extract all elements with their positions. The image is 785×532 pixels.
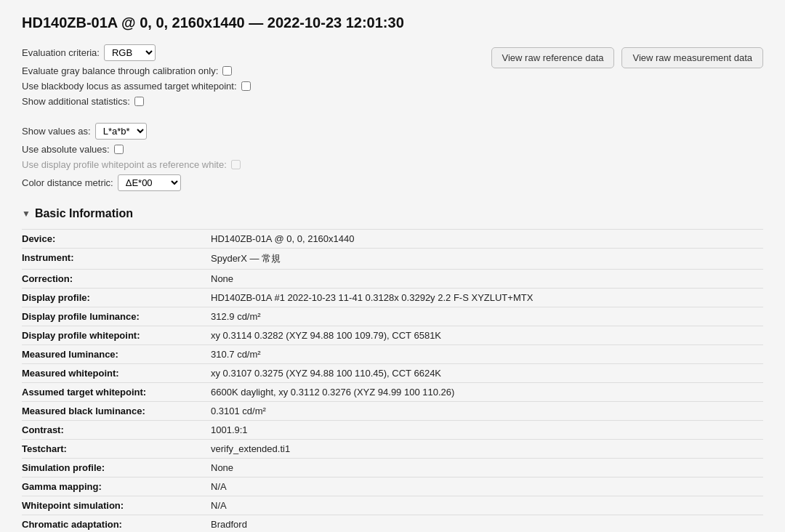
table-cell-key: Correction: xyxy=(22,270,211,289)
table-row: Measured luminance:310.7 cd/m² xyxy=(22,345,763,364)
table-cell-key: Chromatic adaptation: xyxy=(22,515,211,533)
gray-balance-label: Evaluate gray balance through calibratio… xyxy=(22,65,218,76)
table-cell-value: Bradford xyxy=(211,515,763,533)
table-cell-value: N/A xyxy=(211,477,763,496)
table-row: Simulation profile:None xyxy=(22,459,763,477)
table-cell-value: HD140ZB-01A #1 2022-10-23 11-41 0.3128x … xyxy=(211,289,763,307)
blackbody-row: Use blackbody locus as assumed target wh… xyxy=(22,81,251,92)
table-row: Measured whitepoint:xy 0.3107 0.3275 (XY… xyxy=(22,364,763,383)
table-cell-value: xy 0.3114 0.3282 (XYZ 94.88 100 109.79),… xyxy=(211,326,763,345)
table-cell-value: 0.3101 cd/m² xyxy=(211,402,763,421)
table-row: Chromatic adaptation:Bradford xyxy=(22,515,763,533)
color-distance-row: Color distance metric: ΔE*00 ΔE*76 ΔE*94… xyxy=(22,174,251,191)
table-cell-value: 6600K daylight, xy 0.3112 0.3276 (XYZ 94… xyxy=(211,383,763,402)
absolute-values-checkbox[interactable] xyxy=(114,145,124,154)
table-cell-key: Display profile whitepoint: xyxy=(22,326,211,345)
table-cell-key: Whitepoint simulation: xyxy=(22,496,211,515)
table-cell-key: Device: xyxy=(22,230,211,249)
additional-stats-label: Show additional statistics: xyxy=(22,96,130,107)
view-reference-button[interactable]: View raw reference data xyxy=(491,47,615,68)
table-cell-key: Contrast: xyxy=(22,421,211,440)
table-cell-value: 310.7 cd/m² xyxy=(211,345,763,364)
table-row: Device:HD140ZB-01A @ 0, 0, 2160x1440 xyxy=(22,230,763,249)
basic-info-table: Device:HD140ZB-01A @ 0, 0, 2160x1440Inst… xyxy=(22,229,763,532)
display-profile-whitepoint-label: Use display profile whitepoint as refere… xyxy=(22,159,227,170)
triangle-icon: ▼ xyxy=(22,209,31,219)
evaluation-criteria-row: Evaluation criteria: RGB L*a*b* Lch XYZ xyxy=(22,44,251,61)
evaluation-criteria-select[interactable]: RGB L*a*b* Lch XYZ xyxy=(104,44,156,61)
additional-stats-checkbox[interactable] xyxy=(134,97,144,106)
show-values-select[interactable]: L*a*b* XYZ Lch xyxy=(95,123,147,140)
table-cell-key: Gamma mapping: xyxy=(22,477,211,496)
table-cell-key: Testchart: xyxy=(22,440,211,459)
top-controls-area: Evaluation criteria: RGB L*a*b* Lch XYZ … xyxy=(22,44,763,191)
additional-stats-row: Show additional statistics: xyxy=(22,96,251,107)
left-controls: Evaluation criteria: RGB L*a*b* Lch XYZ … xyxy=(22,44,251,191)
display-profile-whitepoint-row: Use display profile whitepoint as refere… xyxy=(22,159,251,170)
color-distance-label: Color distance metric: xyxy=(22,177,113,188)
show-values-row: Show values as: L*a*b* XYZ Lch xyxy=(22,123,251,140)
table-cell-value: HD140ZB-01A @ 0, 0, 2160x1440 xyxy=(211,230,763,249)
table-cell-key: Measured whitepoint: xyxy=(22,364,211,383)
table-cell-key: Display profile luminance: xyxy=(22,307,211,326)
table-cell-key: Instrument: xyxy=(22,249,211,270)
page-title: HD140ZB-01A @ 0, 0, 2160x1440 — 2022-10-… xyxy=(22,15,763,31)
table-cell-value: None xyxy=(211,270,763,289)
table-cell-value: SpyderX — 常規 xyxy=(211,249,763,270)
show-values-label: Show values as: xyxy=(22,126,91,137)
color-distance-select[interactable]: ΔE*00 ΔE*76 ΔE*94 ΔE*CMC xyxy=(118,174,181,191)
table-row: Instrument:SpyderX — 常規 xyxy=(22,249,763,270)
table-row: Whitepoint simulation:N/A xyxy=(22,496,763,515)
table-cell-key: Measured black luminance: xyxy=(22,402,211,421)
table-cell-key: Measured luminance: xyxy=(22,345,211,364)
display-profile-whitepoint-checkbox[interactable] xyxy=(231,160,241,169)
table-row: Measured black luminance:0.3101 cd/m² xyxy=(22,402,763,421)
table-cell-value: 1001.9:1 xyxy=(211,421,763,440)
evaluation-criteria-label: Evaluation criteria: xyxy=(22,47,100,58)
table-row: Display profile whitepoint:xy 0.3114 0.3… xyxy=(22,326,763,345)
absolute-values-label: Use absolute values: xyxy=(22,144,110,155)
basic-info-title: Basic Information xyxy=(35,207,133,220)
gray-balance-checkbox[interactable] xyxy=(222,66,232,76)
table-cell-value: verify_extended.ti1 xyxy=(211,440,763,459)
basic-info-section-header: ▼ Basic Information xyxy=(22,207,763,220)
table-cell-value: N/A xyxy=(211,496,763,515)
table-row: Display profile luminance:312.9 cd/m² xyxy=(22,307,763,326)
table-cell-value: xy 0.3107 0.3275 (XYZ 94.88 100 110.45),… xyxy=(211,364,763,383)
table-cell-key: Display profile: xyxy=(22,289,211,307)
table-cell-key: Assumed target whitepoint: xyxy=(22,383,211,402)
table-row: Testchart:verify_extended.ti1 xyxy=(22,440,763,459)
table-row: Assumed target whitepoint:6600K daylight… xyxy=(22,383,763,402)
blackbody-checkbox[interactable] xyxy=(241,81,251,91)
table-row: Correction:None xyxy=(22,270,763,289)
gray-balance-row: Evaluate gray balance through calibratio… xyxy=(22,65,251,76)
view-measurement-button[interactable]: View raw measurement data xyxy=(621,47,763,68)
table-row: Display profile:HD140ZB-01A #1 2022-10-2… xyxy=(22,289,763,307)
table-cell-key: Simulation profile: xyxy=(22,459,211,477)
table-cell-value: 312.9 cd/m² xyxy=(211,307,763,326)
right-buttons: View raw reference data View raw measure… xyxy=(491,44,763,68)
absolute-values-row: Use absolute values: xyxy=(22,144,251,155)
blackbody-label: Use blackbody locus as assumed target wh… xyxy=(22,81,237,92)
table-cell-value: None xyxy=(211,459,763,477)
table-row: Contrast:1001.9:1 xyxy=(22,421,763,440)
table-row: Gamma mapping:N/A xyxy=(22,477,763,496)
